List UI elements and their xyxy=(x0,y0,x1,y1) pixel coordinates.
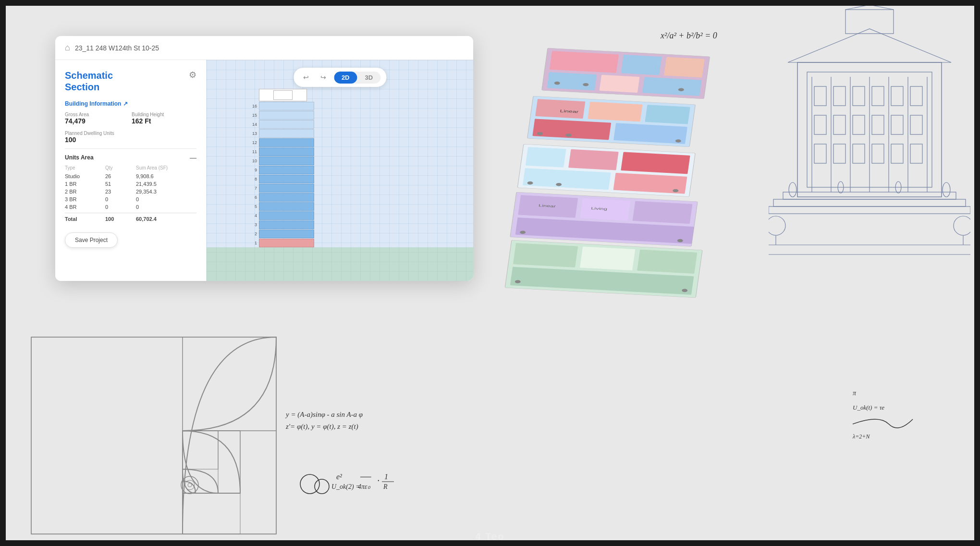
building-height-label: Building Height xyxy=(132,112,196,117)
units-area-toggle[interactable]: — xyxy=(190,154,196,161)
window-title: 23_11 248 W124th St 10-25 xyxy=(75,44,159,52)
planned-units-block: Planned Dwelling Units 100 xyxy=(65,131,196,144)
view-3d-button[interactable]: 3D xyxy=(357,72,381,84)
svg-rect-83 xyxy=(621,152,690,174)
th-qty: Qty xyxy=(105,165,134,170)
svg-rect-108 xyxy=(183,431,276,534)
info-grid: Gross Area 74,479 Building Height 162 Ft xyxy=(65,112,196,125)
canvas-area[interactable]: ↩ ↪ 2D 3D 16 15 14 13 1 xyxy=(207,60,473,281)
table-row: 4 BR 0 0 xyxy=(65,203,196,211)
svg-rect-26 xyxy=(833,144,845,163)
table-row: Studio 26 9,908.6 xyxy=(65,172,196,180)
svg-point-34 xyxy=(789,182,796,197)
redo-button[interactable]: ↪ xyxy=(317,71,330,84)
svg-rect-30 xyxy=(910,144,922,163)
svg-rect-17 xyxy=(891,86,903,106)
golden-spiral xyxy=(26,332,281,539)
sidebar-header: Schematic Section ⚙ xyxy=(65,70,196,93)
svg-rect-23 xyxy=(891,115,903,134)
undo-button[interactable]: ↩ xyxy=(299,71,313,84)
building-height-value: 162 Ft xyxy=(132,117,196,125)
bottom-label: 4 Teo xyxy=(476,531,505,542)
svg-text:4πε₀: 4πε₀ xyxy=(358,483,371,490)
table-row: 1 BR 51 21,439.5 xyxy=(65,180,196,188)
svg-rect-65 xyxy=(600,75,640,93)
table-body: Studio 26 9,908.6 1 BR 51 21,439.5 2 BR … xyxy=(65,172,196,211)
math-equation-4: π U_ok(t) = τe λ=2+N xyxy=(850,386,946,450)
table-row: 3 BR 0 0 xyxy=(65,195,196,203)
svg-rect-99 xyxy=(513,243,578,267)
sidebar-panel: Schematic Section ⚙ Building Information… xyxy=(55,60,207,281)
math-equation-2: y = (A-a)sinφ - a sin A-a φ z′= φ(t), y … xyxy=(283,405,485,440)
svg-text:·: · xyxy=(377,475,380,486)
view-2d-button[interactable]: 2D xyxy=(334,72,357,84)
svg-rect-13 xyxy=(814,86,826,106)
svg-line-33 xyxy=(870,5,894,10)
svg-rect-101 xyxy=(637,250,697,274)
svg-rect-16 xyxy=(872,86,884,106)
svg-rect-111 xyxy=(183,431,218,493)
svg-text:λ=2+N: λ=2+N xyxy=(852,433,870,440)
save-project-button[interactable]: Save Project xyxy=(65,232,118,248)
svg-rect-22 xyxy=(872,115,884,134)
table-row: 2 BR 23 29,354.3 xyxy=(65,188,196,195)
svg-point-47 xyxy=(300,474,319,494)
total-qty: 100 xyxy=(105,216,134,222)
building-info-link[interactable]: Building Information ↗ xyxy=(65,100,196,107)
svg-rect-10 xyxy=(783,192,956,199)
main-container: x²/a² + b²/b² = 0 y = (A-a)sinφ - a sin … xyxy=(0,0,980,546)
math-equation-3: e² U_ok(2) = ── 4πε₀ · 1 R xyxy=(298,467,466,508)
planned-units-value: 100 xyxy=(65,136,196,144)
units-area-header: Units Area — xyxy=(65,154,196,161)
svg-rect-19 xyxy=(814,115,826,134)
svg-rect-28 xyxy=(872,144,884,163)
divider-1 xyxy=(65,148,196,149)
building-floor-diagram: 16 15 14 13 12 11 10 9 8 7 6 5 4 3 xyxy=(252,89,314,247)
svg-rect-20 xyxy=(833,115,845,134)
svg-rect-66 xyxy=(642,77,702,96)
svg-point-35 xyxy=(943,182,950,197)
svg-point-115 xyxy=(188,483,192,487)
section-title: Schematic Section xyxy=(65,70,113,93)
svg-rect-11 xyxy=(773,199,966,206)
home-icon: ⌂ xyxy=(65,43,70,53)
svg-rect-15 xyxy=(853,86,865,106)
units-area-label: Units Area xyxy=(65,154,94,161)
total-label: Total xyxy=(65,216,103,222)
gear-icon[interactable]: ⚙ xyxy=(189,70,196,80)
sketch-building-illustration xyxy=(769,5,970,283)
svg-rect-100 xyxy=(580,246,635,270)
th-type: Type xyxy=(65,165,103,170)
svg-rect-106 xyxy=(31,337,183,534)
app-window: ⌂ 23_11 248 W124th St 10-25 Schematic Se… xyxy=(55,36,473,281)
svg-text:U_ok(2) =: U_ok(2) = xyxy=(331,483,360,491)
svg-point-48 xyxy=(315,479,329,494)
svg-rect-107 xyxy=(183,337,276,431)
window-header: ⌂ 23_11 248 W124th St 10-25 xyxy=(55,36,473,60)
svg-rect-109 xyxy=(183,431,240,534)
svg-rect-82 xyxy=(568,149,619,170)
svg-text:π: π xyxy=(853,389,857,397)
canvas-toolbar: ↩ ↪ 2D 3D xyxy=(294,68,386,87)
table-header: Type Qty Sum Area (SF) xyxy=(65,165,196,170)
svg-rect-92 xyxy=(633,201,693,224)
svg-rect-21 xyxy=(853,115,865,134)
svg-rect-14 xyxy=(833,86,845,106)
svg-text:U_ok(t) = τe: U_ok(t) = τe xyxy=(853,404,884,411)
svg-text:──: ── xyxy=(360,473,371,481)
svg-rect-73 xyxy=(645,105,690,124)
svg-text:z′= φ(t), y = φ(t), z = z(t): z′= φ(t), y = φ(t), z = z(t) xyxy=(285,423,358,431)
svg-point-39 xyxy=(954,216,970,235)
total-row: Total 100 60,702.4 xyxy=(65,213,196,225)
window-body: Schematic Section ⚙ Building Information… xyxy=(55,60,473,281)
svg-rect-61 xyxy=(550,51,619,73)
planned-units-label: Planned Dwelling Units xyxy=(65,131,196,136)
exploded-floor-plans: Linear xyxy=(519,38,759,351)
svg-rect-25 xyxy=(814,144,826,163)
svg-rect-31 xyxy=(845,10,894,34)
svg-rect-27 xyxy=(853,144,865,163)
gross-area-value: 74,479 xyxy=(65,117,130,125)
svg-text:R: R xyxy=(383,483,388,490)
th-sum: Sum Area (SF) xyxy=(136,165,196,170)
svg-rect-29 xyxy=(891,144,903,163)
